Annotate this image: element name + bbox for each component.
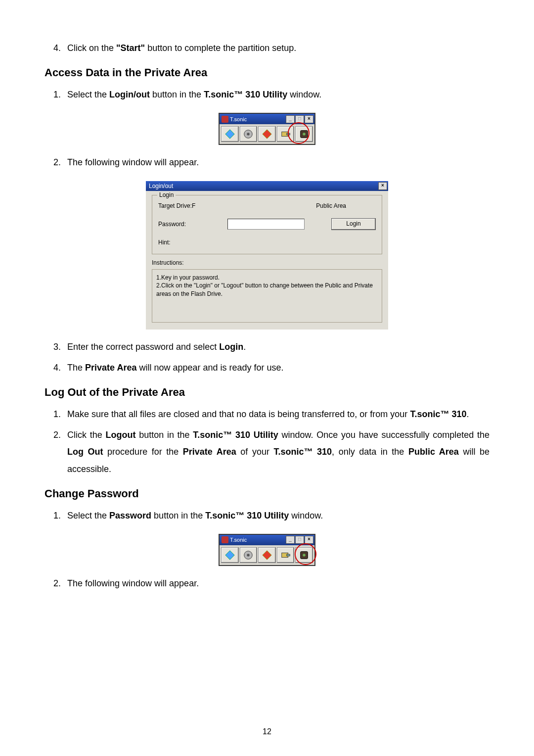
instructions-label: Instructions: [152,259,382,266]
bold: T.sonic™ 310 Utility [204,90,287,99]
changepw-steps: Select the Password button in the T.soni… [44,507,490,524]
svg-marker-0 [225,130,234,139]
target-drive-label: Target Drive:F [158,202,227,209]
close-button[interactable]: × [305,536,313,544]
access-step-4: The Private Area will now appear and is … [63,359,490,376]
format-button[interactable] [240,547,258,563]
text: Click the [67,430,105,440]
logout-button[interactable] [258,547,276,563]
dialog-titlebar: Login/out × [146,181,388,191]
bold: T.sonic™ 310 [410,409,466,419]
access-step-3: Enter the correct password and select Lo… [63,338,490,355]
svg-marker-11 [263,551,271,560]
logout-step-2: Click the Logout button in the T.sonic™ … [63,426,490,477]
text: . [243,342,246,352]
group-legend: Login [157,191,176,198]
app-icon [222,116,228,123]
text: of your [236,447,274,457]
close-button[interactable]: × [378,182,387,190]
instruction-line-1: 1.Key in your password. [156,274,378,282]
instruction-line-2: 2.Click on the "Login" or "Logout" butto… [156,282,378,298]
login-button[interactable] [277,547,295,563]
heading-access-data: Access Data in the Private Area [44,66,490,79]
step-4: Click on the "Start" button to complete … [63,40,490,56]
text: The [67,363,85,373]
heading-log-out: Log Out of the Private Area [44,386,490,399]
changepw-step-1: Select the Password button in the T.soni… [63,507,490,524]
password-input[interactable] [227,219,305,230]
text: will now appear and is ready for use. [136,363,283,373]
svg-point-10 [247,554,250,557]
minimize-button[interactable]: _ [286,536,295,544]
svg-point-7 [303,133,306,136]
access-step-2: The following window will appear. [63,154,490,171]
password-label: Password: [158,221,227,228]
text: procedure for the [103,447,183,457]
bold: T.sonic™ 310 [273,447,332,457]
text: button to complete the partition setup. [145,43,296,53]
maximize-button[interactable]: □ [295,115,304,123]
partition-button[interactable] [221,547,239,563]
login-group: Login Target Drive:F Public Area Passwor… [152,195,382,254]
hint-label: Hint: [158,239,227,246]
maximize-button[interactable]: □ [295,536,304,544]
text: Select the [67,511,109,520]
heading-change-password: Change Password [44,487,490,500]
window-titlebar: T.sonic _ □ × [220,535,314,545]
text: Enter the correct password and select [67,342,219,352]
bold: Private Area [85,363,136,373]
text: , only data in the [332,447,408,457]
app-icon [222,536,228,543]
window-title: T.sonic [230,537,247,543]
dialog-body: Login Target Drive:F Public Area Passwor… [146,191,388,330]
text: Click on the [67,43,116,53]
logout-button[interactable] [258,126,276,142]
window-titlebar: T.sonic _ □ × [220,114,314,124]
svg-marker-3 [263,130,271,139]
format-button[interactable] [240,126,258,142]
svg-point-15 [303,554,306,557]
partition-button[interactable] [221,126,239,142]
toolbar-body [220,124,314,144]
bold: T.sonic™ 310 Utility [205,511,289,520]
toolbar-figure-2: T.sonic _ □ × [44,534,490,566]
text: button in the [150,90,204,99]
login-dialog-figure: Login/out × Login Target Drive:F Public … [44,181,490,330]
svg-marker-8 [225,551,234,560]
login-dialog: Login/out × Login Target Drive:F Public … [146,181,388,330]
logout-step-1: Make sure that all files are closed and … [63,406,490,423]
text: Select the [67,90,109,99]
changepw-steps-cont: The following window will appear. [44,575,490,592]
text: . [466,409,469,419]
tsonic-toolbar-window: T.sonic _ □ × [219,534,315,566]
text: window. [289,511,323,520]
bold-text: "Start" [116,43,145,53]
bold: Login/out [109,90,150,99]
dialog-title: Login/out [149,183,173,189]
svg-point-2 [247,133,250,136]
bold: Private Area [183,447,236,457]
login-button[interactable] [277,126,295,142]
logout-steps: Make sure that all files are closed and … [44,406,490,477]
text: button in the [151,511,205,520]
continued-list: Click on the "Start" button to complete … [44,40,490,56]
access-steps-cont: The following window will appear. [44,154,490,171]
bold: Public Area [408,447,459,457]
bold: Log Out [67,447,103,457]
minimize-button[interactable]: _ [286,115,295,123]
toolbar-figure-1: T.sonic _ □ × [44,113,490,145]
text: button in the [135,430,193,440]
text: Make sure that all files are closed and … [67,409,410,419]
access-steps-end: Enter the correct password and select Lo… [44,338,490,376]
password-button[interactable] [295,547,313,563]
bold: Logout [105,430,135,440]
close-button[interactable]: × [305,115,313,123]
window-title: T.sonic [230,116,247,122]
document-page: Click on the "Start" button to complete … [0,0,534,756]
password-button[interactable] [295,126,313,142]
text: window. Once you have successfully compl… [278,430,490,440]
tsonic-toolbar-window: T.sonic _ □ × [219,113,315,145]
page-number: 12 [0,727,534,736]
login-submit-button[interactable]: Login [331,218,376,230]
bold: T.sonic™ 310 Utility [193,430,278,440]
